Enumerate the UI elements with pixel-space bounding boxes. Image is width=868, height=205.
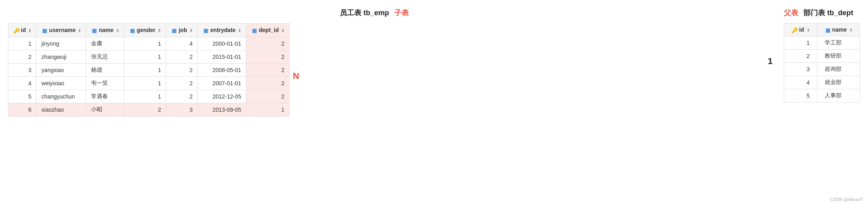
col-header-name: name ⇕ [86, 24, 124, 37]
table-cell: 1 [124, 77, 166, 90]
table-cell: 2 [166, 77, 198, 90]
right-col-header-id: id ⇕ [784, 24, 817, 36]
table-cell: 1 [8, 37, 37, 50]
table-cell: xiaozhao [37, 103, 86, 117]
left-table-title: 员工表 tb_emp 子表 [8, 8, 740, 18]
table-cell: 1 [784, 36, 817, 50]
table-cell: 1 [246, 103, 290, 117]
right-key-icon-id [791, 27, 798, 33]
table-cell: 3 [166, 103, 198, 117]
table-cell: 2 [246, 37, 290, 50]
table-cell: 就业部 [817, 76, 860, 89]
table-cell: 2 [246, 90, 290, 103]
right-sort-name: ⇕ [849, 28, 852, 32]
table-cell: 4 [166, 37, 198, 50]
table-cell: 金庸 [86, 37, 124, 50]
right-table-container: 父表 部门表 tb_dept id ⇕ name ⇕ [784, 8, 860, 102]
table-cell: 2 [246, 77, 290, 90]
sort-dept-id: ⇕ [281, 28, 284, 33]
sort-entrydate: ⇕ [238, 28, 241, 33]
col-header-dept-id: dept_id ⇕ [246, 24, 290, 37]
right-sort-id: ⇕ [807, 28, 810, 32]
table-cell: 小昭 [86, 103, 124, 117]
table-row: 5changyuchun常遇春122012-12-052 [8, 90, 290, 103]
right-grid-icon-name [825, 27, 831, 33]
table-cell: 2 [246, 64, 290, 77]
table-cell: 4 [8, 77, 37, 90]
table-cell: 咨询部 [817, 63, 860, 76]
col-header-entrydate: entrydate ⇕ [198, 24, 246, 37]
table-cell: 5 [8, 90, 37, 103]
table-cell: 4 [784, 76, 817, 89]
grid-icon-entrydate [203, 27, 209, 34]
dept-table: id ⇕ name ⇕ 1学工部2教研部3咨询部4就业部5人事部 [784, 23, 860, 102]
table-cell: 2008-05-01 [198, 64, 246, 77]
right-table-title: 父表 部门表 tb_dept [784, 8, 860, 18]
table-cell: changyuchun [37, 90, 86, 103]
table-row: 2zhangwuji张无忌122015-01-012 [8, 50, 290, 64]
table-cell: 2012-12-05 [198, 90, 246, 103]
table-row: 6xiaozhao小昭232013-09-051 [8, 103, 290, 117]
table-cell: 1 [124, 90, 166, 103]
table-cell: 5 [784, 89, 817, 102]
right-prefix: 父表 [784, 9, 798, 17]
table-cell: 人事部 [817, 89, 860, 102]
page-container: 员工表 tb_emp 子表 id ⇕ username ⇕ [8, 8, 860, 117]
table-row: 3咨询部 [784, 63, 860, 76]
col-header-id: id ⇕ [8, 24, 37, 37]
table-cell: 2015-01-01 [198, 50, 246, 64]
grid-icon-name [91, 27, 97, 34]
table-cell: 1 [124, 37, 166, 50]
table-cell: 2 [246, 50, 290, 64]
table-row: 5人事部 [784, 89, 860, 102]
table-row: 3yangxiao杨逍122008-05-012 [8, 64, 290, 77]
table-cell: 韦一笑 [86, 77, 124, 90]
table-cell: 常遇春 [86, 90, 124, 103]
left-subtitle-text: 子表 [394, 9, 409, 17]
table-row: 4就业部 [784, 76, 860, 89]
table-cell: 张无忌 [86, 50, 124, 64]
right-col-header-name: name ⇕ [817, 24, 860, 36]
table-cell: jinyong [37, 37, 86, 50]
table-cell: 学工部 [817, 36, 860, 50]
n-label: N [290, 71, 302, 81]
table-cell: 2 [166, 90, 198, 103]
table-row: 1学工部 [784, 36, 860, 50]
employee-table: id ⇕ username ⇕ name ⇕ gender [8, 23, 290, 117]
table-cell: 6 [8, 103, 37, 117]
table-cell: 3 [8, 64, 37, 77]
table-cell: 杨逍 [86, 64, 124, 77]
table-cell: 2 [124, 103, 166, 117]
table-cell: 2 [166, 50, 198, 64]
col-header-gender: gender ⇕ [124, 24, 166, 37]
table-cell: 1 [124, 50, 166, 64]
left-title-text: 员工表 tb_emp [340, 9, 389, 17]
table-cell: 2 [8, 50, 37, 64]
sort-name: ⇕ [116, 28, 119, 33]
sort-username: ⇕ [78, 28, 81, 33]
sort-job: ⇕ [189, 28, 193, 33]
grid-icon-job [171, 27, 177, 34]
grid-icon-username [41, 27, 48, 34]
table-cell: 3 [784, 63, 817, 76]
table-cell: 2007-01-01 [198, 77, 246, 90]
right-title-text: 部门表 tb_dept [803, 9, 853, 17]
table-cell: 2000-01-01 [198, 37, 246, 50]
table-cell: 教研部 [817, 50, 860, 63]
table-row: 4weiyixiao韦一笑122007-01-012 [8, 77, 290, 90]
table-cell: yangxiao [37, 64, 86, 77]
sort-gender: ⇕ [158, 28, 161, 33]
table-row: 2教研部 [784, 50, 860, 63]
one-label: 1 [765, 56, 776, 66]
sort-id: ⇕ [28, 28, 31, 33]
table-cell: zhangwuji [37, 50, 86, 64]
table-cell: 2 [784, 50, 817, 63]
right-section: 1 父表 部门表 tb_dept id ⇕ name ⇕ [765, 8, 860, 102]
left-section: 员工表 tb_emp 子表 id ⇕ username ⇕ [8, 8, 740, 117]
table-cell: weiyixiao [37, 77, 86, 90]
table-cell: 1 [124, 64, 166, 77]
col-header-username: username ⇕ [37, 24, 86, 37]
table-cell: 2013-09-05 [198, 103, 246, 117]
col-header-job: job ⇕ [166, 24, 198, 37]
table-cell: 2 [166, 64, 198, 77]
